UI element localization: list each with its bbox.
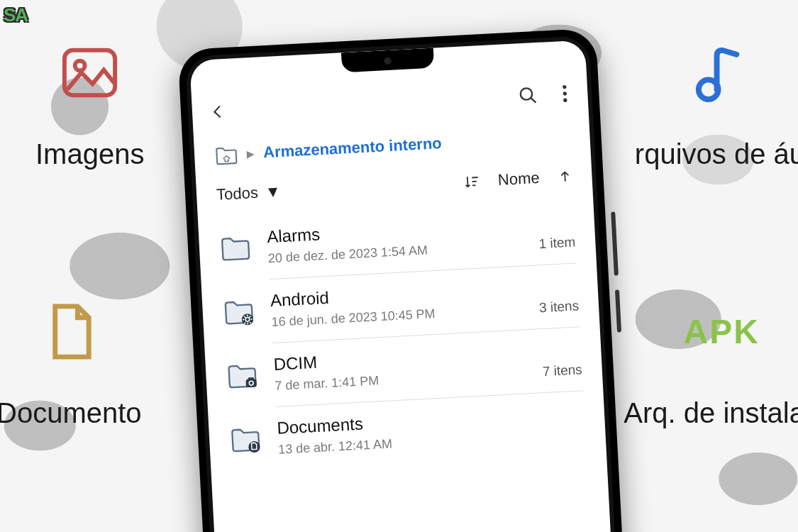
chevron-right-icon: ▶	[247, 148, 255, 160]
folder-document-icon	[228, 422, 262, 456]
folder-count: 1 item	[538, 234, 576, 252]
folder-list: Alarms 20 de dez. de 2023 1:54 AM 1 item	[198, 193, 606, 474]
category-audio-label: rquivos de áu	[635, 138, 798, 170]
folder-camera-icon	[225, 358, 259, 392]
watermark-logo: SA	[4, 4, 28, 26]
folder-gear-icon	[222, 294, 256, 328]
music-note-icon	[686, 39, 753, 106]
phone-screen: ▶ Armazenamento interno Todos ▼ Nome	[189, 40, 623, 532]
category-apk-label: Arq. de instalaç	[624, 397, 798, 429]
phone-frame: ▶ Armazenamento interno Todos ▼ Nome	[177, 28, 634, 532]
document-icon	[35, 298, 103, 365]
breadcrumb-current[interactable]: Armazenamento interno	[262, 134, 442, 162]
more-options-icon[interactable]	[562, 84, 568, 104]
category-images-label: Imagens	[35, 138, 144, 170]
svg-point-1	[75, 61, 85, 71]
category-documents-label: Documento	[0, 397, 142, 429]
svg-point-6	[563, 98, 567, 102]
folder-icon	[218, 231, 253, 265]
category-audio: rquivos de áu	[635, 39, 798, 170]
filter-label: Todos	[216, 184, 258, 204]
svg-rect-11	[248, 377, 254, 380]
image-icon	[56, 39, 123, 106]
category-apk: APK Arq. de instalaç	[624, 298, 798, 429]
svg-point-4	[563, 85, 567, 89]
svg-point-5	[563, 92, 567, 96]
category-documents: Documento	[0, 298, 142, 429]
svg-rect-9	[245, 379, 257, 387]
home-icon[interactable]	[214, 143, 239, 166]
back-button[interactable]	[209, 100, 226, 123]
sort-icon[interactable]	[463, 173, 480, 189]
folder-count: 7 itens	[542, 362, 582, 379]
category-images: Imagens	[35, 39, 144, 170]
search-icon[interactable]	[518, 85, 538, 106]
chevron-down-icon: ▼	[265, 182, 281, 201]
folder-count: 3 itens	[539, 298, 580, 316]
sort-label[interactable]: Nome	[497, 169, 540, 189]
sort-direction-icon[interactable]	[558, 168, 572, 186]
apk-icon: APK	[688, 298, 755, 365]
filter-dropdown[interactable]: Todos ▼	[216, 182, 281, 204]
